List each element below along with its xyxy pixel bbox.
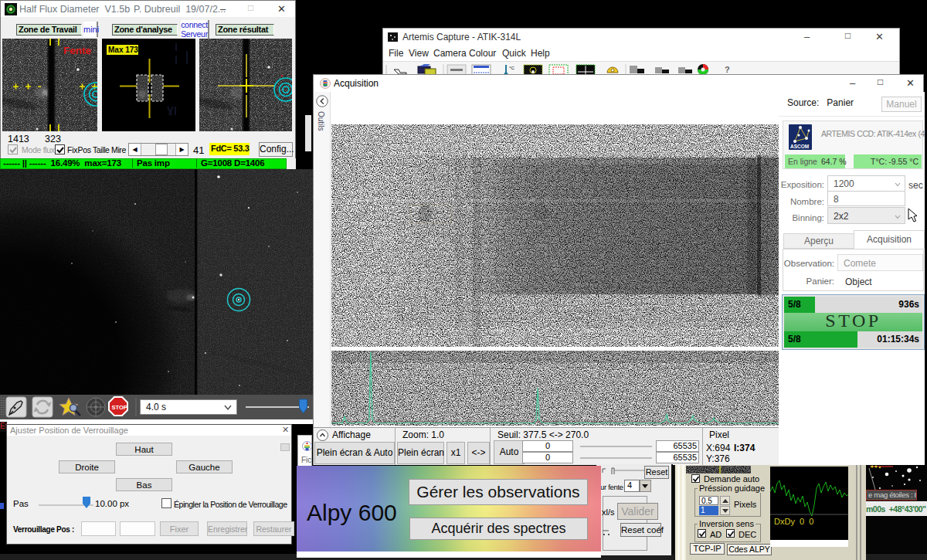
svg-text:STOP: STOP: [112, 404, 127, 411]
svg-text:DxDy 0 0: DxDy 0 0: [774, 517, 813, 526]
svg-text:Fente: Fente: [63, 45, 91, 56]
svg-text:ASCOM: ASCOM: [790, 144, 809, 149]
svg-text:?: ?: [725, 65, 730, 74]
svg-text:°C: °C: [509, 66, 514, 70]
svg-text:Max 173: Max 173: [108, 46, 138, 54]
